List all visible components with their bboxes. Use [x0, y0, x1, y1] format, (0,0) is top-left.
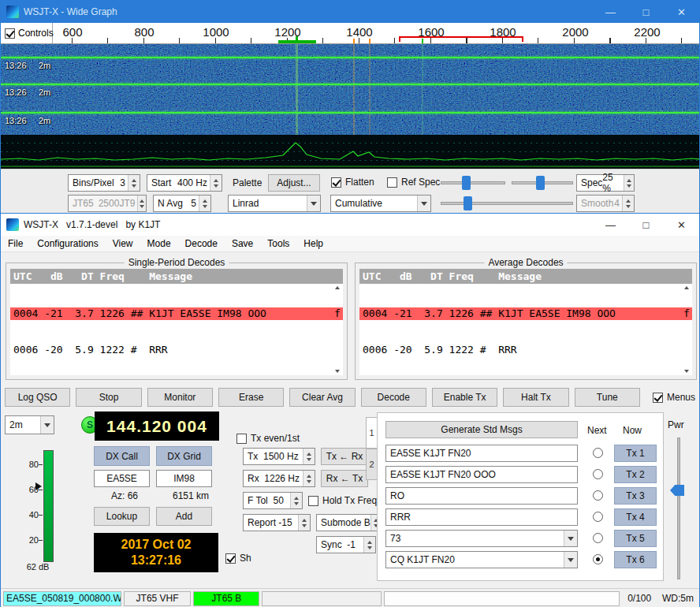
tx3-message-field[interactable]: RO [385, 487, 578, 505]
chevron-down-icon[interactable] [417, 196, 430, 211]
decode-row[interactable]: 0004 -21 3.7 1226 ## K1JT EA5SE IM98 OOO… [10, 307, 343, 320]
spin-arrows-icon[interactable] [303, 471, 315, 486]
tx4-now-button[interactable]: Tx 4 [614, 508, 657, 526]
add-button[interactable]: Add [156, 507, 212, 526]
log-qso-button[interactable]: Log QSO [5, 388, 70, 407]
monitor-button[interactable]: Monitor [147, 388, 213, 407]
report-spinbox[interactable]: Report -15 [243, 514, 311, 531]
maximize-icon[interactable]: □ [628, 1, 664, 23]
tx6-now-button[interactable]: Tx 6 [614, 551, 657, 568]
n-avg-spinbox[interactable]: N Avg 5 [153, 195, 211, 212]
spectrum-type-combobox[interactable]: Cumulative [330, 195, 431, 212]
zero-slider[interactable] [512, 175, 573, 191]
tune-button[interactable]: Tune [575, 388, 640, 407]
decode-row[interactable]: 0006 -20 5.9 1222 # RRR [10, 344, 343, 356]
sh-checkbox[interactable]: Sh [225, 553, 251, 564]
close-icon[interactable]: ✕ [664, 1, 699, 23]
tx2-next-radio[interactable] [593, 469, 603, 479]
chevron-down-icon[interactable] [40, 416, 54, 434]
spin-arrows-icon[interactable] [199, 196, 210, 211]
tx5-next-radio[interactable] [593, 533, 603, 543]
adjust-button[interactable]: Adjust... [268, 174, 320, 192]
menu-tools[interactable]: Tools [260, 236, 296, 251]
tx6-next-radio[interactable] [593, 554, 603, 564]
chevron-down-icon[interactable] [564, 531, 577, 546]
chevron-down-icon[interactable] [307, 196, 320, 211]
generate-std-msgs-button[interactable]: Generate Std Msgs [385, 421, 578, 438]
wide-graph-titlebar[interactable]: WSJT-X - Wide Graph — □ ✕ [1, 1, 699, 23]
flatten-checkbox[interactable]: Flatten [331, 177, 374, 188]
decode-list[interactable]: 0004 -21 3.7 1226 ## K1JT EA5SE IM98 OOO… [10, 284, 343, 375]
decode-row[interactable]: 0006 -20 5.9 1222 # RRR [359, 344, 692, 356]
spin-arrows-icon[interactable] [137, 196, 146, 211]
tab-2[interactable]: 2 [366, 449, 378, 480]
start-freq-spinbox[interactable]: Start 400 Hz [147, 174, 222, 192]
dx-call-button[interactable]: DX Call [94, 446, 150, 466]
dx-grid-field[interactable]: IM98 [156, 470, 212, 487]
tx4-next-radio[interactable] [593, 512, 603, 522]
dx-grid-button[interactable]: DX Grid [156, 446, 212, 466]
chevron-down-icon[interactable] [564, 552, 577, 568]
tx-freq-spinbox[interactable]: Tx 1500 Hz [243, 448, 315, 465]
spin-arrows-icon[interactable] [210, 175, 222, 191]
tx4-message-field[interactable]: RRR [385, 508, 578, 526]
menus-checkbox[interactable]: Menus [653, 392, 695, 403]
tx-from-rx-button[interactable]: Tx ← Rx [321, 448, 368, 465]
pwr-slider[interactable] [677, 438, 680, 579]
spin-arrows-icon[interactable] [303, 449, 315, 464]
waterfall-slider[interactable] [441, 196, 573, 211]
sync-spinbox[interactable]: Sync -1 [316, 536, 376, 553]
rx-freq-spinbox[interactable]: Rx 1226 Hz [243, 470, 315, 487]
jt65-jt9-split-spinbox[interactable]: JT65 2500 JT9 [68, 195, 147, 212]
decode-button[interactable]: Decode [361, 388, 426, 407]
menu-decode[interactable]: Decode [178, 236, 225, 251]
controls-checkbox[interactable]: Controls [1, 23, 53, 43]
menu-help[interactable]: Help [296, 236, 330, 251]
palette-combobox[interactable]: Linrad [228, 195, 321, 212]
menu-mode[interactable]: Mode [140, 236, 178, 251]
dx-call-field[interactable]: EA5SE [94, 470, 150, 487]
scroll-up-icon[interactable] [684, 286, 689, 289]
tx5-message-combobox[interactable]: 73 [385, 530, 578, 547]
minimize-icon[interactable]: — [593, 1, 628, 23]
stop-button[interactable]: Stop [76, 388, 141, 407]
pwr-slider-handle[interactable] [670, 485, 684, 496]
erase-button[interactable]: Erase [218, 388, 284, 407]
spec-percent-spinbox[interactable]: Spec 25 % [576, 174, 635, 192]
decode-row[interactable]: 0004 -21 3.7 1226 ## K1JT EA5SE IM98 OOO… [359, 307, 692, 320]
tx3-now-button[interactable]: Tx 3 [614, 487, 657, 505]
decode-list[interactable]: 0004 -21 3.7 1226 ## K1JT EA5SE IM98 OOO… [359, 284, 692, 375]
bins-per-pixel-spinbox[interactable]: Bins/Pixel 3 [68, 174, 140, 192]
main-titlebar[interactable]: WSJT-X v1.7.1-devel by K1JT — □ ✕ [1, 214, 699, 236]
menu-file[interactable]: File [1, 236, 30, 251]
band-combobox[interactable]: 2m [5, 415, 54, 434]
tx-even-checkbox[interactable]: Tx even/1st [236, 433, 300, 444]
maximize-icon[interactable]: □ [628, 214, 664, 236]
tx2-message-field[interactable]: EA5SE K1JT FN20 OOO [385, 466, 578, 483]
tx1-message-field[interactable]: EA5SE K1JT FN20 [385, 445, 578, 462]
smooth-spinbox[interactable]: Smooth 4 [576, 195, 635, 212]
minimize-icon[interactable]: — [593, 214, 628, 236]
menu-configurations[interactable]: Configurations [30, 236, 105, 251]
spin-arrows-icon[interactable] [363, 537, 375, 553]
tx5-now-button[interactable]: Tx 5 [614, 530, 657, 547]
tx6-message-combobox[interactable]: CQ K1JT FN20 [385, 551, 578, 568]
ref-spec-checkbox[interactable]: Ref Spec [387, 177, 440, 188]
tab-1[interactable]: 1 [366, 417, 378, 449]
enable-tx-button[interactable]: Enable Tx [432, 388, 497, 407]
clear-avg-button[interactable]: Clear Avg [289, 388, 355, 407]
scroll-up-icon[interactable] [335, 286, 340, 289]
tx2-now-button[interactable]: Tx 2 [614, 466, 657, 483]
tx3-next-radio[interactable] [593, 490, 603, 501]
menu-save[interactable]: Save [225, 236, 260, 251]
spin-arrows-icon[interactable] [622, 196, 634, 211]
spin-arrows-icon[interactable] [298, 515, 310, 531]
spin-arrows-icon[interactable] [128, 175, 140, 191]
spin-arrows-icon[interactable] [290, 493, 302, 508]
lookup-button[interactable]: Lookup [94, 507, 150, 526]
gain-slider[interactable] [441, 175, 505, 191]
submode-spinbox[interactable]: Submode B [316, 514, 382, 531]
ftol-spinbox[interactable]: F Tol 50 [243, 492, 303, 509]
halt-tx-button[interactable]: Halt Tx [503, 388, 568, 407]
hold-tx-freq-checkbox[interactable]: Hold Tx Freq [308, 495, 377, 506]
